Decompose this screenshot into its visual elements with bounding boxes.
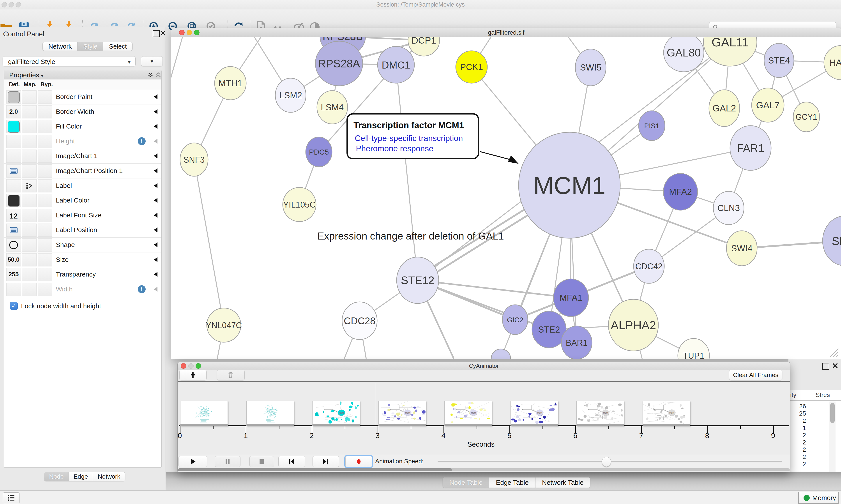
expand-property-icon[interactable] — [154, 124, 158, 129]
table-cell-value[interactable]: 2 — [788, 446, 806, 453]
properties-header[interactable]: Properties ▾ — [4, 70, 161, 80]
property-row-border-width[interactable]: 2.0Border Width — [4, 105, 161, 119]
bypass-cell[interactable] — [38, 223, 52, 237]
mapping-cell[interactable] — [22, 164, 37, 178]
frame-thumbnail-2[interactable]: MCM — [312, 401, 360, 426]
info-icon[interactable]: i — [138, 137, 146, 145]
property-row-fill-color[interactable]: Fill Color — [4, 119, 161, 134]
default-value-cell[interactable]: 2.0 — [6, 105, 21, 119]
default-value-cell[interactable] — [6, 238, 21, 252]
property-row-width[interactable]: Widthi — [4, 282, 161, 297]
lock-size-checkbox[interactable]: ✓ — [10, 302, 18, 310]
property-row-image-chart-position-1[interactable]: Image/Chart Position 1 — [4, 164, 161, 178]
frame-thumbnail-5[interactable]: MCM — [511, 401, 558, 426]
bypass-cell[interactable] — [38, 164, 52, 178]
mapping-cell[interactable] — [22, 238, 37, 252]
bypass-cell[interactable] — [38, 238, 52, 252]
default-value-cell[interactable] — [6, 135, 21, 148]
scrollbar-thumb[interactable] — [178, 468, 452, 471]
clear-all-frames-button[interactable]: Clear All Frames — [729, 370, 782, 380]
resize-grip[interactable] — [836, 355, 838, 357]
bypass-cell[interactable] — [38, 149, 52, 163]
table-cell-value[interactable]: 2 — [788, 453, 806, 461]
table-cell-value[interactable]: 2 — [788, 461, 806, 468]
bypass-cell[interactable] — [38, 120, 52, 133]
play-button[interactable] — [179, 456, 208, 467]
mapping-cell[interactable] — [22, 283, 37, 296]
default-value-cell[interactable] — [6, 283, 21, 296]
float-panel-icon[interactable] — [153, 30, 160, 37]
expand-property-icon[interactable] — [154, 168, 158, 173]
dock-scrollbar[interactable] — [829, 401, 836, 475]
tab-style[interactable]: Style — [77, 42, 103, 51]
table-cell-value[interactable]: 25 — [788, 410, 806, 417]
default-value-cell[interactable] — [6, 90, 21, 104]
close-dock-icon[interactable] — [832, 362, 838, 369]
memory-button[interactable]: Memory — [798, 492, 839, 504]
pause-button[interactable] — [215, 456, 240, 467]
skip-to-end-button[interactable] — [312, 456, 339, 467]
collapse-all-icon[interactable] — [155, 72, 162, 78]
property-row-height[interactable]: Heighti — [4, 134, 161, 149]
style-selector[interactable]: galFiltered Style ▾ — [3, 56, 136, 66]
speed-slider-thumb[interactable] — [602, 457, 611, 467]
annotation-link[interactable]: Pheromone response — [356, 144, 433, 153]
style-mode-tab-node[interactable]: Node — [44, 472, 69, 481]
text-annotation[interactable]: Expression change after deletion of GAL1 — [317, 230, 504, 242]
resize-grip[interactable] — [833, 352, 838, 357]
property-row-label-color[interactable]: Label Color — [4, 193, 161, 208]
bypass-cell[interactable] — [38, 179, 52, 193]
frame-thumbnail-6[interactable]: MCM — [576, 401, 624, 426]
skip-to-start-button[interactable] — [279, 456, 305, 467]
expand-property-icon[interactable] — [154, 154, 158, 158]
table-column-header[interactable]: Stres — [816, 392, 830, 398]
style-mode-tab-edge[interactable]: Edge — [69, 472, 93, 481]
timeline-playhead[interactable] — [375, 383, 375, 425]
network-canvas[interactable]: RPS28BDCP1RPS28ADMC1PCK1MTH1LSM2LSM4SWI5… — [171, 37, 841, 359]
frame-thumbnail-4[interactable]: MCM — [444, 401, 492, 426]
info-icon[interactable]: i — [138, 285, 146, 293]
network-edge[interactable] — [171, 37, 184, 91]
expand-property-icon[interactable] — [154, 257, 158, 262]
bypass-cell[interactable] — [38, 194, 52, 207]
default-value-cell[interactable] — [6, 223, 21, 237]
style-options-button[interactable]: ▾ — [141, 56, 163, 66]
stop-button[interactable] — [249, 456, 274, 467]
table-tab-edge-table[interactable]: Edge Table — [489, 478, 536, 488]
mapping-cell[interactable] — [22, 90, 37, 104]
property-row-label-position[interactable]: Label Position — [4, 223, 161, 237]
table-column-header[interactable]: ity — [790, 392, 796, 398]
timeline[interactable]: 0123456789SecondsMCMMCMMCMMCMMCMMCM — [178, 382, 790, 455]
mapping-cell[interactable] — [22, 194, 37, 207]
bypass-cell[interactable] — [38, 105, 52, 119]
table-cell-value[interactable]: 2 — [788, 439, 806, 446]
table-cell-value[interactable]: 26 — [788, 403, 806, 410]
table-tab-network-table[interactable]: Network Table — [536, 478, 590, 488]
property-row-transparency[interactable]: 255Transparency — [4, 267, 161, 282]
annotation-link[interactable]: Cell-type-specific transcription — [355, 134, 463, 143]
tab-network[interactable]: Network — [43, 42, 77, 51]
default-value-cell[interactable] — [6, 120, 21, 133]
style-mode-tab-network[interactable]: Network — [93, 472, 125, 481]
property-row-size[interactable]: 50.0Size — [4, 252, 161, 267]
network-edge[interactable] — [194, 160, 224, 325]
frame-thumbnail-0[interactable] — [180, 401, 228, 426]
frame-thumbnail-3[interactable]: MCM — [378, 401, 426, 426]
node-attribute-table[interactable]: ity Stres 26252122222 — [788, 390, 841, 475]
bypass-cell[interactable] — [38, 283, 52, 296]
default-value-cell[interactable] — [6, 179, 21, 193]
expand-property-icon[interactable] — [154, 228, 158, 232]
network-window-titlebar[interactable]: galFiltered.sif — [171, 28, 841, 37]
default-value-cell[interactable]: 12 — [6, 209, 21, 222]
expand-property-icon[interactable] — [154, 213, 158, 218]
mapping-cell[interactable] — [22, 253, 37, 267]
tab-select[interactable]: Select — [103, 42, 132, 51]
default-value-cell[interactable] — [6, 149, 21, 163]
cyanimator-titlebar[interactable]: CyAnimator — [178, 362, 790, 370]
mapping-cell[interactable] — [22, 149, 37, 163]
table-cell-value[interactable]: 1 — [788, 425, 806, 432]
mapping-cell[interactable] — [22, 120, 37, 133]
delete-frame-button[interactable] — [217, 370, 245, 380]
frame-thumbnail-7[interactable]: MCM — [643, 401, 690, 426]
table-tab-node-table[interactable]: Node Table — [443, 478, 489, 488]
